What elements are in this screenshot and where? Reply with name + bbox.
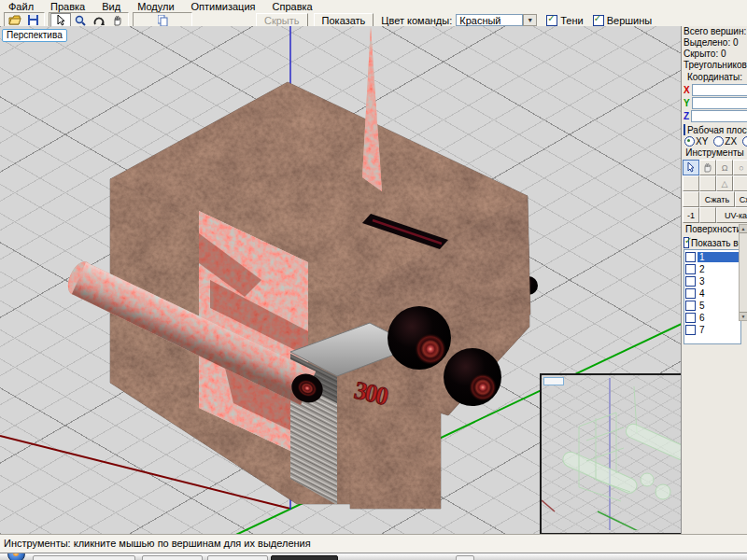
scroll-up-icon[interactable]: ▲	[740, 225, 747, 233]
panel-tool-slot[interactable]	[683, 191, 699, 207]
zoom-tool-button[interactable]	[71, 14, 90, 26]
copy-button[interactable]	[153, 14, 172, 26]
work-plane-label: Рабочая плоскость	[687, 125, 747, 135]
surfaces-label: Поверхности:	[682, 223, 747, 235]
cursor-icon	[687, 162, 695, 173]
menu-item[interactable]: Оптимизация	[183, 0, 264, 13]
vertices-option[interactable]: Вершины	[593, 15, 653, 26]
blank-tool-slot[interactable]	[134, 14, 153, 26]
blank-tool-slot[interactable]	[172, 14, 190, 26]
save-button[interactable]	[24, 14, 43, 26]
work-plane-checkbox[interactable]	[684, 124, 685, 135]
tools-label: Инструменты	[682, 147, 747, 159]
tool-grid: Ω ○ △ Сжать Сж -1 UV-ка	[683, 160, 747, 223]
surface-row[interactable]: 5	[685, 300, 740, 312]
surface-label: 3	[698, 276, 740, 287]
plane-zx-option[interactable]: ZX	[713, 136, 737, 147]
surface-checkbox[interactable]	[685, 301, 696, 311]
surface-checkbox[interactable]	[685, 288, 696, 299]
toolbar: Скрыть Показать Цвет команды: Красный ▼ …	[0, 13, 747, 27]
surface-row[interactable]: 2	[685, 263, 740, 275]
surface-label: 2	[698, 264, 740, 274]
viewport-mode-label: Перспектива	[2, 29, 67, 42]
chevron-down-icon[interactable]: ▼	[523, 14, 537, 26]
compress2-button[interactable]: Сж	[735, 191, 747, 207]
show-button[interactable]: Показать	[314, 13, 374, 27]
surface-checkbox[interactable]	[685, 313, 696, 323]
surface-checkbox[interactable]	[685, 264, 696, 274]
plane-xy-option[interactable]: XY	[684, 136, 708, 147]
shadows-option[interactable]: Тени	[546, 15, 583, 26]
stat-line: Всего вершин: 0	[682, 26, 747, 37]
cursor-icon	[57, 15, 65, 26]
plane-zx-radio	[713, 136, 724, 147]
x-coord-input[interactable]	[692, 84, 747, 96]
surface-checkbox[interactable]	[685, 325, 696, 335]
save-floppy-icon	[28, 15, 39, 25]
surface-label: 5	[698, 301, 740, 311]
open-folder-icon	[8, 15, 21, 25]
vertices-checkbox[interactable]	[593, 15, 604, 26]
copy-icon	[158, 15, 168, 26]
plane-3-option[interactable]	[742, 136, 747, 147]
panel-rotate-tool[interactable]: Ω	[716, 160, 733, 175]
tank-model: 300	[56, 26, 542, 515]
surface-checkbox[interactable]	[685, 276, 696, 287]
surface-label: 4	[698, 288, 740, 299]
taskbar-button-active[interactable]	[271, 555, 338, 560]
status-text: Инструменты: кликните мышью по вершинам …	[4, 538, 311, 549]
surface-row[interactable]: 6	[685, 312, 740, 324]
z-coord-input[interactable]	[691, 110, 747, 122]
panel-select-tool[interactable]	[683, 160, 699, 175]
taskbar-button[interactable]	[33, 555, 135, 560]
team-color-label: Цвет команды:	[381, 15, 452, 26]
show-all-option[interactable]: Показать все	[682, 237, 747, 248]
panel-pan-tool[interactable]	[699, 160, 716, 175]
coord-y-row: Y	[684, 97, 746, 109]
surface-row[interactable]: 3	[685, 275, 740, 287]
team-color-select[interactable]: Красный ▼	[456, 14, 537, 26]
menu-item[interactable]: Правка	[42, 0, 93, 13]
minus-one-button[interactable]: -1	[683, 207, 699, 223]
stats-block: Всего вершин: 0Выделено: 0Скрыто: 0Треуг…	[682, 26, 747, 71]
start-button[interactable]	[7, 553, 25, 560]
shadows-label: Тени	[560, 15, 583, 26]
panel-tool-slot[interactable]	[733, 175, 747, 191]
hand-icon	[703, 162, 712, 173]
taskbar-button[interactable]	[456, 555, 474, 560]
uv-button[interactable]: UV-ка	[716, 207, 747, 223]
surface-row[interactable]: 4	[685, 287, 740, 300]
menu-item[interactable]: Файл	[0, 0, 42, 13]
surfaces-scrollbar[interactable]: ▲ ▼	[739, 224, 747, 321]
hide-button[interactable]: Скрыть	[256, 13, 308, 27]
menu-item[interactable]: Справка	[264, 0, 321, 13]
rotate-tool-button[interactable]	[90, 14, 108, 26]
surface-checkbox[interactable]	[685, 252, 696, 262]
panel-tool-slot[interactable]	[699, 207, 716, 223]
compress-button[interactable]: Сжать	[699, 191, 735, 207]
open-button[interactable]	[6, 14, 24, 26]
panel-tool-slot[interactable]	[699, 175, 716, 191]
surfaces-list[interactable]: 1234567	[684, 249, 741, 344]
work-plane-option[interactable]: Рабочая плоскость	[682, 124, 747, 135]
panel-tool-slot[interactable]	[683, 175, 699, 191]
taskbar-button[interactable]	[207, 555, 268, 560]
stat-line: Треугольников: 0	[682, 60, 747, 71]
shadows-checkbox[interactable]	[546, 15, 557, 26]
scroll-down-icon[interactable]: ▼	[740, 312, 747, 320]
taskbar-button[interactable]	[142, 555, 203, 560]
coord-x-row: X	[684, 84, 746, 96]
surface-row[interactable]: 7	[685, 324, 740, 336]
show-all-checkbox[interactable]	[684, 237, 689, 248]
rotate-icon	[93, 15, 105, 26]
panel-triangle-tool[interactable]: △	[716, 175, 733, 191]
viewport-3d[interactable]: Перспектива	[0, 26, 681, 534]
pan-tool-button[interactable]	[108, 14, 127, 26]
menu-item[interactable]: Вид	[93, 0, 129, 13]
menu-item[interactable]: Модули	[129, 0, 182, 13]
select-tool-button[interactable]	[50, 13, 71, 27]
panel-orbit-tool[interactable]: ○	[733, 160, 747, 175]
preview-window[interactable]	[540, 373, 681, 534]
surface-row[interactable]: 1	[685, 251, 740, 263]
y-coord-input[interactable]	[692, 97, 747, 109]
